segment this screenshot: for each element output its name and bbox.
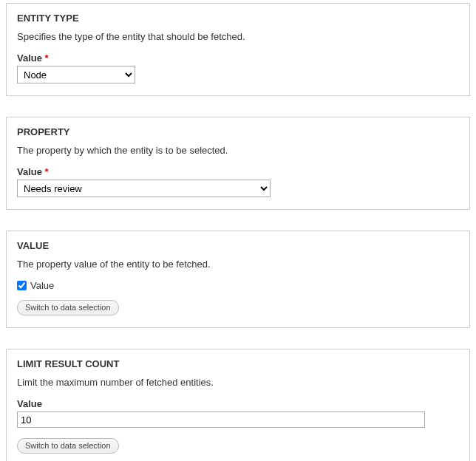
entity-type-description: Specifies the type of the entity that sh…: [17, 31, 459, 42]
value-heading: VALUE: [17, 240, 459, 251]
entity-type-fieldset: ENTITY TYPE Specifies the type of the en…: [6, 3, 470, 96]
value-fieldset: VALUE The property value of the entity t…: [6, 230, 470, 328]
entity-type-heading: ENTITY TYPE: [17, 13, 459, 24]
entity-type-value-label: Value *: [17, 52, 459, 64]
switch-to-data-selection-button[interactable]: Switch to data selection: [17, 438, 119, 454]
property-heading: PROPERTY: [17, 126, 459, 137]
value-checkbox-row: Value: [17, 280, 459, 291]
limit-value-input[interactable]: [17, 412, 425, 428]
limit-description: Limit the maximum number of fetched enti…: [17, 377, 459, 388]
limit-value-label: Value: [17, 398, 459, 409]
required-marker-icon: *: [45, 52, 49, 64]
entity-type-label-text: Value: [17, 52, 42, 64]
limit-button-row: Switch to data selection: [17, 438, 459, 454]
limit-heading: LIMIT RESULT COUNT: [17, 358, 459, 369]
required-marker-icon: *: [45, 166, 49, 177]
limit-fieldset: LIMIT RESULT COUNT Limit the maximum num…: [6, 349, 470, 461]
switch-to-data-selection-button[interactable]: Switch to data selection: [17, 300, 119, 315]
property-description: The property by which the entity is to b…: [17, 145, 459, 156]
property-select[interactable]: Needs review: [17, 180, 271, 197]
value-checkbox-label: Value: [30, 280, 54, 291]
property-value-label: Value *: [17, 166, 459, 177]
value-description: The property value of the entity to be f…: [17, 259, 459, 270]
property-label-text: Value: [17, 166, 42, 177]
entity-type-select[interactable]: Node: [17, 66, 135, 83]
property-fieldset: PROPERTY The property by which the entit…: [6, 117, 470, 210]
value-checkbox[interactable]: [17, 281, 27, 290]
